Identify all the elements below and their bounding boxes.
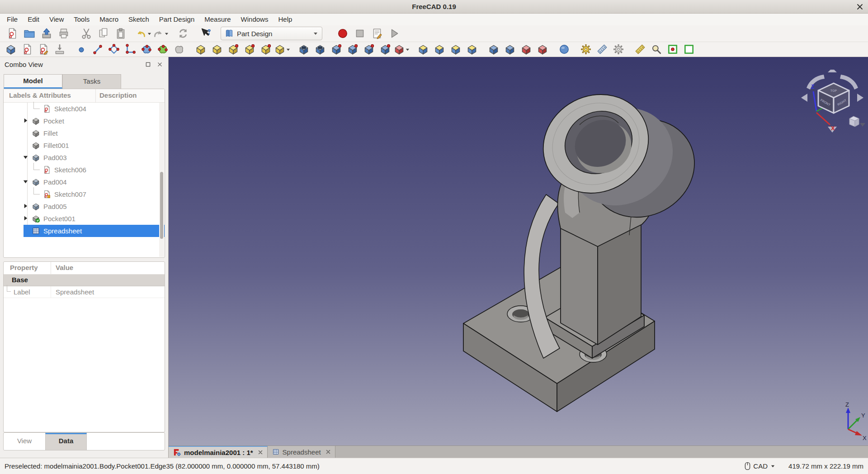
datum-point-icon[interactable] xyxy=(73,43,90,56)
menu-item-edit[interactable]: Edit xyxy=(23,14,44,25)
nav-cube-menu[interactable] xyxy=(849,116,865,127)
property-row-label[interactable]: LabelSpreadsheet xyxy=(4,286,165,298)
chamfer-icon[interactable] xyxy=(502,43,518,56)
expander-collapsed-icon[interactable] xyxy=(23,203,29,209)
tree-item-fillet001[interactable]: Fillet001 xyxy=(4,139,165,152)
shaft-wizard-icon[interactable] xyxy=(594,43,610,56)
subtractive-primitive-icon[interactable] xyxy=(393,43,410,56)
panel-close-icon[interactable] xyxy=(156,60,164,68)
polar-pattern-icon[interactable] xyxy=(448,43,464,56)
menu-item-tools[interactable]: Tools xyxy=(69,14,94,25)
hole-icon[interactable] xyxy=(312,43,328,56)
expander-expanded-icon[interactable] xyxy=(23,179,29,185)
create-body-icon[interactable] xyxy=(3,43,19,56)
additive-helix-icon[interactable] xyxy=(258,43,274,56)
macro-record-icon[interactable] xyxy=(334,27,351,40)
menu-item-windows[interactable]: Windows xyxy=(236,14,274,25)
expander-collapsed-icon[interactable] xyxy=(23,215,29,222)
tree-item-sketch007[interactable]: Sketch007 xyxy=(4,188,165,200)
paste-icon[interactable] xyxy=(112,27,129,40)
additive-loft-icon[interactable] xyxy=(225,43,241,56)
menu-item-view[interactable]: View xyxy=(44,14,69,25)
subtractive-sweep-icon[interactable] xyxy=(361,43,377,56)
tab-data[interactable]: Data xyxy=(45,433,87,450)
undo-icon[interactable] xyxy=(135,27,152,40)
datum-plane-icon[interactable] xyxy=(106,43,122,56)
multi-transform-icon[interactable] xyxy=(464,43,480,56)
pad-icon[interactable] xyxy=(193,43,209,56)
tree-item-pad003[interactable]: Pad003 xyxy=(4,152,165,164)
additive-sweep-icon[interactable] xyxy=(241,43,258,56)
print-icon[interactable] xyxy=(55,27,72,40)
involute-gear-icon[interactable] xyxy=(578,43,594,56)
fillet-icon[interactable] xyxy=(486,43,502,56)
nav-cube-face-top[interactable]: TOP xyxy=(830,89,837,92)
sprocket-icon[interactable] xyxy=(610,43,627,56)
3d-viewport[interactable]: TOP FRONT RIGHT Z X xyxy=(169,57,868,446)
shape-binder-icon[interactable] xyxy=(138,43,155,56)
pocket-icon[interactable] xyxy=(296,43,312,56)
revolution-icon[interactable] xyxy=(209,43,225,56)
expander-collapsed-icon[interactable] xyxy=(23,118,29,124)
macro-edit-icon[interactable] xyxy=(368,27,386,40)
window-close-icon[interactable] xyxy=(856,3,863,10)
thickness-icon[interactable] xyxy=(534,43,551,56)
tab-close-icon[interactable] xyxy=(258,450,263,455)
tree-item-pocket001[interactable]: Pocket001 xyxy=(4,213,165,225)
subtractive-primitive-dropdown-icon[interactable] xyxy=(406,47,410,52)
undo-dropdown-icon[interactable] xyxy=(147,32,151,36)
tree-scrollbar-thumb[interactable] xyxy=(160,172,163,239)
tab-tasks[interactable]: Tasks xyxy=(62,74,121,89)
redo-dropdown-icon[interactable] xyxy=(165,32,169,36)
property-value[interactable]: Spreadsheet xyxy=(51,286,165,298)
subtractive-loft-icon[interactable] xyxy=(344,43,361,56)
edit-sketch-icon[interactable] xyxy=(35,43,52,56)
tree-item-fillet[interactable]: Fillet xyxy=(4,127,165,139)
tree-scrollbar[interactable] xyxy=(159,103,164,257)
clone-icon[interactable] xyxy=(171,43,187,56)
additive-primitive-icon[interactable] xyxy=(274,43,290,56)
workbench-selector[interactable]: Part Design xyxy=(221,27,322,40)
tab-view[interactable]: View xyxy=(4,433,45,450)
refresh-measurements-icon[interactable] xyxy=(665,43,681,56)
panel-float-icon[interactable] xyxy=(144,60,152,68)
tree-item-pocket[interactable]: Pocket xyxy=(4,115,165,127)
nav-style-selector[interactable]: CAD xyxy=(745,462,775,470)
menu-item-file[interactable]: File xyxy=(2,14,23,25)
tree-item-spreadsheet[interactable]: Spreadsheet xyxy=(4,225,165,237)
local-cs-icon[interactable] xyxy=(122,43,138,56)
copy-icon[interactable] xyxy=(95,27,112,40)
macro-stop-icon[interactable] xyxy=(351,27,368,40)
tab-model[interactable]: Model xyxy=(4,74,62,89)
mirrored-icon[interactable] xyxy=(415,43,431,56)
measure-linear-icon[interactable] xyxy=(632,43,648,56)
map-sketch-icon[interactable] xyxy=(52,43,68,56)
menu-item-help[interactable]: Help xyxy=(273,14,297,25)
menu-item-sketch[interactable]: Sketch xyxy=(123,14,154,25)
new-file-icon[interactable] xyxy=(4,27,21,40)
macro-execute-icon[interactable] xyxy=(386,27,403,40)
expander-expanded-icon[interactable] xyxy=(23,154,29,161)
open-file-icon[interactable] xyxy=(21,27,38,40)
measure-angular-icon[interactable] xyxy=(648,43,665,56)
menu-item-measure[interactable]: Measure xyxy=(199,14,236,25)
menu-item-part-design[interactable]: Part Design xyxy=(154,14,199,25)
draft-icon[interactable] xyxy=(518,43,534,56)
linear-pattern-icon[interactable] xyxy=(431,43,448,56)
tab-close-icon[interactable] xyxy=(326,450,330,454)
cut-icon[interactable] xyxy=(78,27,95,40)
whatsthis-icon[interactable] xyxy=(197,27,214,40)
tree-item-sketch004[interactable]: Sketch004 xyxy=(4,103,165,115)
tree-item-sketch006[interactable]: Sketch006 xyxy=(4,164,165,176)
tree-item-pad005[interactable]: Pad005 xyxy=(4,200,165,213)
boolean-icon[interactable] xyxy=(556,43,572,56)
sub-shape-binder-icon[interactable] xyxy=(155,43,171,56)
clear-measurements-icon[interactable] xyxy=(681,43,697,56)
redo-icon[interactable] xyxy=(152,27,169,40)
menu-item-macro[interactable]: Macro xyxy=(94,14,123,25)
navigation-cube[interactable]: TOP FRONT RIGHT Z X xyxy=(798,70,866,137)
subtractive-helix-icon[interactable] xyxy=(377,43,393,56)
datum-line-icon[interactable] xyxy=(90,43,106,56)
document-tab-modelmainia2001-1-[interactable]: modelmainia2001 : 1* xyxy=(169,446,268,458)
save-icon[interactable] xyxy=(38,27,55,40)
